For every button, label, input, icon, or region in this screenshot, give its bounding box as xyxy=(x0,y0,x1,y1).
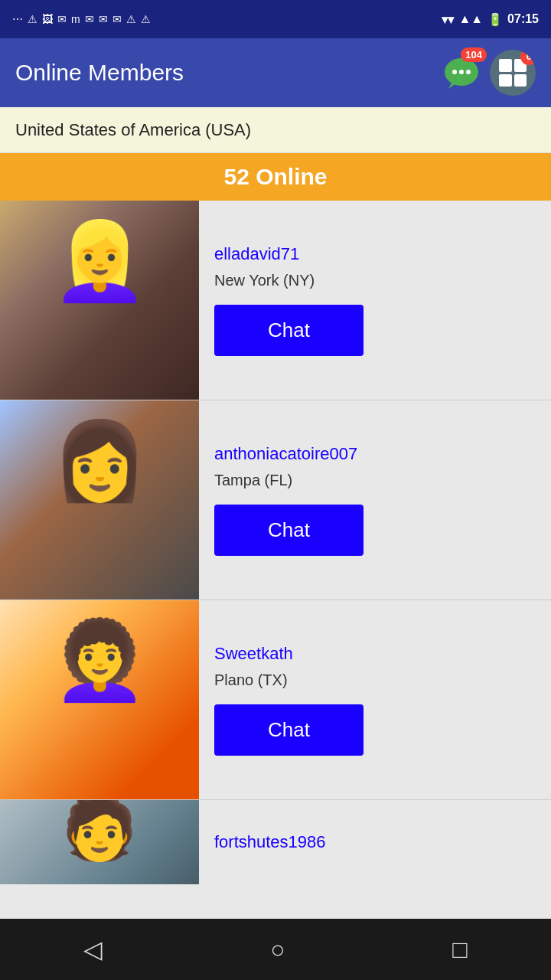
online-count-bar: 52 Online xyxy=(0,153,551,201)
member-photo[interactable] xyxy=(0,400,199,599)
members-list: elladavid71 New York (NY) Chat anthoniac… xyxy=(0,201,551,884)
mail2-icon: ✉ xyxy=(85,13,94,25)
header-icons: 104 6 xyxy=(441,50,536,96)
mail-icon: ✉ xyxy=(57,13,67,25)
chat-button[interactable]: Chat xyxy=(214,305,364,356)
member-username[interactable]: fortshutes1986 xyxy=(214,832,536,852)
mail3-icon: ✉ xyxy=(99,13,108,25)
member-info: Sweetkath Plano (TX) Chat xyxy=(199,600,551,799)
table-row: fortshutes1986 xyxy=(0,800,551,884)
chat-notifications-icon[interactable]: 104 xyxy=(441,52,482,93)
home-icon[interactable]: ○ xyxy=(270,936,285,964)
table-row: anthoniacatoire007 Tampa (FL) Chat xyxy=(0,400,551,600)
grid-cell-3 xyxy=(499,74,512,87)
svg-point-3 xyxy=(459,70,464,74)
wifi-icon: ▾▾ xyxy=(442,12,454,27)
table-row: Sweetkath Plano (TX) Chat xyxy=(0,600,551,800)
page-title: Online Members xyxy=(15,60,184,86)
mail4-icon: ✉ xyxy=(112,13,122,25)
status-right-icons: ▾▾ ▲▲ 🔋 07:15 xyxy=(442,12,539,27)
nav-bar: ◁ ○ □ xyxy=(0,919,551,980)
time-display: 07:15 xyxy=(507,12,539,26)
status-bar: ⋯ ⚠ 🖼 ✉ m ✉ ✉ ✉ ⚠ ⚠ ▾▾ ▲▲ 🔋 07:15 xyxy=(0,0,551,38)
image-icon: 🖼 xyxy=(42,13,53,25)
member-info: elladavid71 New York (NY) Chat xyxy=(199,201,551,400)
m-icon: m xyxy=(71,13,80,25)
alert-icon: ⚠ xyxy=(28,13,37,25)
chat-button[interactable]: Chat xyxy=(214,505,364,556)
member-photo[interactable] xyxy=(0,600,199,799)
country-bar[interactable]: United States of America (USA) xyxy=(0,107,551,153)
menu-dots-icon: ⋯ xyxy=(12,13,23,25)
back-icon[interactable]: ◁ xyxy=(83,935,103,964)
battery-icon: 🔋 xyxy=(487,12,503,27)
member-info: fortshutes1986 xyxy=(199,800,551,884)
chat-button[interactable]: Chat xyxy=(214,704,364,756)
member-location: Plano (TX) xyxy=(214,671,536,689)
signal-icon: ▲▲ xyxy=(458,12,483,26)
member-photo[interactable] xyxy=(0,800,199,884)
grid-cell-4 xyxy=(514,74,527,87)
status-icons: ⋯ ⚠ 🖼 ✉ m ✉ ✉ ✉ ⚠ ⚠ xyxy=(12,13,151,25)
grid-menu-icon[interactable]: 6 xyxy=(490,50,536,96)
grid-badge: 6 xyxy=(520,50,536,65)
svg-point-2 xyxy=(452,70,457,74)
header: Online Members 104 6 xyxy=(0,38,551,107)
member-location: New York (NY) xyxy=(214,272,536,289)
member-info: anthoniacatoire007 Tampa (FL) Chat xyxy=(199,400,551,599)
alert2-icon: ⚠ xyxy=(126,13,136,25)
table-row: elladavid71 New York (NY) Chat xyxy=(0,201,551,400)
svg-point-4 xyxy=(466,70,471,74)
grid-inner xyxy=(499,59,527,87)
member-photo[interactable] xyxy=(0,201,199,400)
member-location: Tampa (FL) xyxy=(214,472,536,489)
country-label: United States of America (USA) xyxy=(15,120,251,140)
grid-cell-1 xyxy=(499,59,512,72)
member-username[interactable]: anthoniacatoire007 xyxy=(214,444,536,464)
recents-icon[interactable]: □ xyxy=(452,936,467,964)
alert3-icon: ⚠ xyxy=(141,13,151,25)
chat-badge: 104 xyxy=(461,47,487,62)
member-username[interactable]: elladavid71 xyxy=(214,244,536,264)
online-count-label: 52 Online xyxy=(223,164,327,190)
member-username[interactable]: Sweetkath xyxy=(214,644,536,664)
